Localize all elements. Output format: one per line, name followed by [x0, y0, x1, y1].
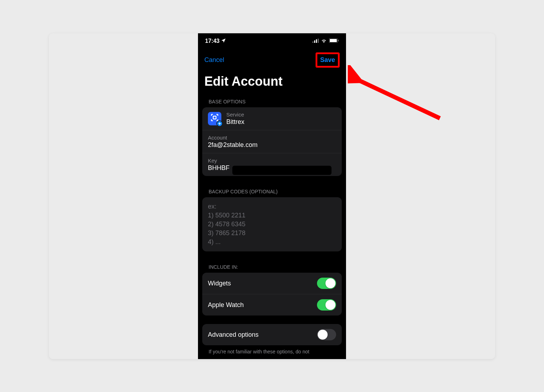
- status-bar: 17:43: [198, 33, 346, 49]
- toggle-knob: [325, 278, 335, 288]
- save-highlight: Save: [316, 52, 340, 68]
- svg-rect-2: [316, 39, 317, 43]
- account-value: 2fa@2stable.com: [208, 141, 336, 149]
- advanced-row: Advanced options: [202, 324, 342, 345]
- backup-codes-area[interactable]: ex: 1) 5500 2211 2) 4578 6345 3) 7865 21…: [202, 197, 342, 252]
- apple-watch-label: Apple Watch: [208, 301, 244, 309]
- widgets-label: Widgets: [208, 280, 231, 287]
- widgets-row: Widgets: [202, 273, 342, 294]
- cancel-button[interactable]: Cancel: [204, 56, 224, 64]
- content: BASE OPTIONS + Service Bittrex Acco: [198, 95, 346, 358]
- advanced-footer: If you're not familiar with these option…: [202, 345, 342, 358]
- base-options-card: + Service Bittrex Account 2fa@2stable.co…: [202, 107, 342, 176]
- key-redacted: [232, 166, 332, 175]
- service-row[interactable]: + Service Bittrex: [202, 107, 342, 130]
- backup-codes-header: BACKUP CODES (OPTIONAL): [202, 184, 342, 197]
- arrow-annotation: [348, 65, 443, 123]
- advanced-toggle[interactable]: [317, 329, 336, 340]
- account-row[interactable]: Account 2fa@2stable.com: [202, 130, 342, 153]
- svg-rect-1: [314, 40, 315, 43]
- phone-screen: 17:43 Cancel Save: [198, 33, 346, 359]
- base-options-header: BASE OPTIONS: [202, 95, 342, 107]
- page-title: Edit Account: [198, 71, 346, 95]
- account-label: Account: [208, 135, 336, 141]
- svg-rect-5: [330, 39, 337, 42]
- svg-rect-6: [338, 40, 339, 41]
- apple-watch-toggle[interactable]: [317, 299, 336, 311]
- svg-rect-7: [213, 116, 216, 119]
- page-container: 17:43 Cancel Save: [49, 33, 495, 359]
- signal-icon: [312, 38, 319, 44]
- advanced-label: Advanced options: [208, 331, 259, 339]
- service-value: Bittrex: [226, 118, 244, 126]
- save-button[interactable]: Save: [317, 54, 338, 66]
- status-right: [312, 38, 339, 44]
- svg-rect-3: [318, 39, 319, 43]
- status-time: 17:43: [205, 38, 220, 44]
- toggle-knob: [325, 300, 335, 310]
- include-in-card: Widgets Apple Watch: [202, 273, 342, 316]
- svg-line-8: [357, 79, 440, 118]
- battery-icon: [329, 38, 339, 44]
- plus-icon: +: [216, 120, 223, 127]
- location-arrow-icon: [221, 38, 226, 44]
- key-row[interactable]: Key BHHBF: [202, 153, 342, 176]
- service-icon: +: [208, 112, 221, 125]
- advanced-card: Advanced options: [202, 324, 342, 345]
- svg-rect-0: [312, 41, 313, 43]
- key-label: Key: [208, 158, 336, 164]
- wifi-icon: [321, 38, 327, 44]
- nav-bar: Cancel Save: [198, 49, 346, 71]
- include-in-header: INCLUDE IN:: [202, 260, 342, 273]
- toggle-knob: [318, 330, 328, 340]
- apple-watch-row: Apple Watch: [202, 294, 342, 316]
- status-left: 17:43: [205, 38, 226, 44]
- service-label: Service: [226, 112, 244, 118]
- widgets-toggle[interactable]: [317, 278, 336, 289]
